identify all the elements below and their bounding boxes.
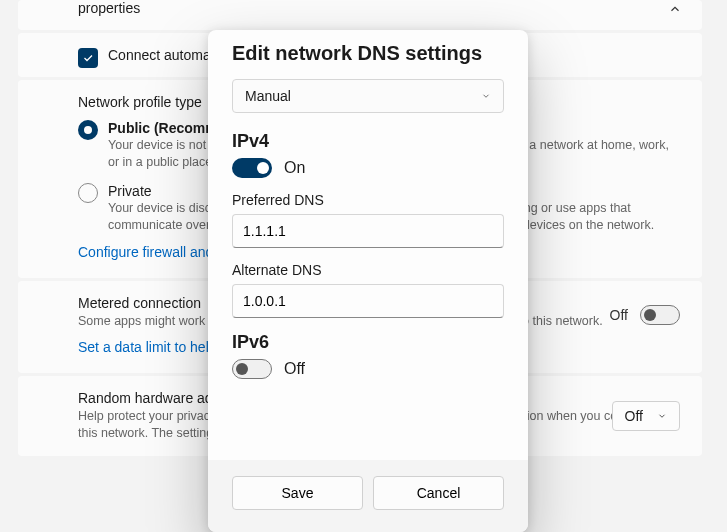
properties-title: properties xyxy=(78,0,680,16)
radio-public-indicator[interactable] xyxy=(78,120,98,140)
check-icon xyxy=(82,52,94,64)
dialog-title: Edit network DNS settings xyxy=(232,42,504,65)
dns-settings-dialog: Edit network DNS settings Manual IPv4 On… xyxy=(208,30,528,532)
alternate-dns-label: Alternate DNS xyxy=(232,262,504,278)
cancel-button[interactable]: Cancel xyxy=(373,476,504,510)
preferred-dns-label: Preferred DNS xyxy=(232,192,504,208)
random-mac-dropdown[interactable]: Off xyxy=(612,401,680,431)
ipv6-toggle[interactable] xyxy=(232,359,272,379)
radio-private-indicator[interactable] xyxy=(78,183,98,203)
ipv6-heading: IPv6 xyxy=(232,332,504,353)
preferred-dns-input[interactable] xyxy=(232,214,504,248)
chevron-down-icon xyxy=(657,411,667,421)
save-button[interactable]: Save xyxy=(232,476,363,510)
random-mac-state: Off xyxy=(625,408,643,424)
metered-state-label: Off xyxy=(610,307,628,323)
ipv4-toggle[interactable] xyxy=(232,158,272,178)
alternate-dns-input[interactable] xyxy=(232,284,504,318)
chevron-up-icon[interactable] xyxy=(668,2,682,16)
properties-card[interactable]: properties xyxy=(18,0,702,30)
dialog-footer: Save Cancel xyxy=(208,460,528,532)
ipv6-state-label: Off xyxy=(284,360,305,378)
dns-mode-value: Manual xyxy=(245,88,291,104)
ipv4-heading: IPv4 xyxy=(232,131,504,152)
metered-toggle[interactable] xyxy=(640,305,680,325)
chevron-down-icon xyxy=(481,91,491,101)
ipv4-state-label: On xyxy=(284,159,305,177)
dns-mode-select[interactable]: Manual xyxy=(232,79,504,113)
connect-automatically-checkbox[interactable] xyxy=(78,48,98,68)
